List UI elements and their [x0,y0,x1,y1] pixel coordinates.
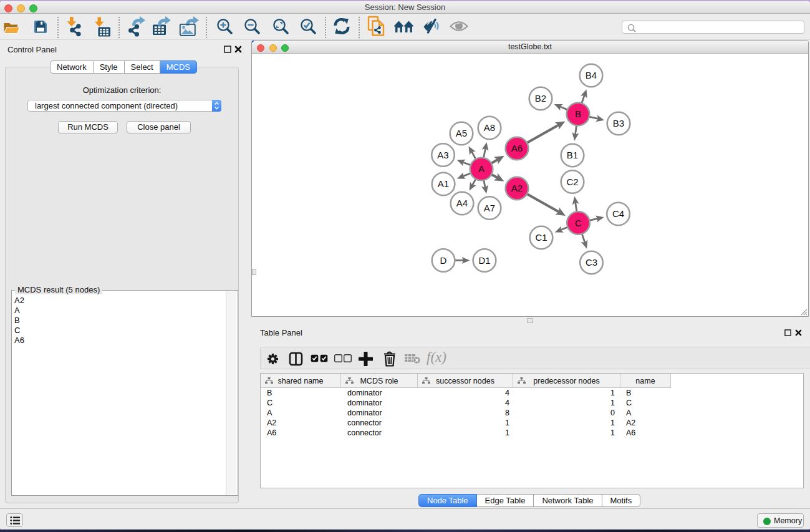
svg-text:D1: D1 [478,255,490,266]
svg-text:A1: A1 [438,178,449,189]
svg-text:C3: C3 [586,257,597,268]
svg-text:A8: A8 [484,122,495,133]
svg-text:A2: A2 [511,183,523,193]
svg-text:C2: C2 [566,177,578,187]
svg-text:A: A [478,163,485,174]
svg-text:C4: C4 [612,208,624,219]
svg-text:C1: C1 [535,232,547,243]
svg-text:D: D [440,255,447,266]
svg-text:B: B [575,109,581,119]
svg-text:A3: A3 [437,150,448,160]
svg-text:C: C [575,218,582,228]
svg-text:A7: A7 [484,203,495,213]
svg-text:A6: A6 [511,143,523,153]
svg-text:B4: B4 [586,70,597,80]
svg-text:B1: B1 [567,150,578,160]
svg-text:B2: B2 [535,93,546,104]
svg-text:A5: A5 [456,128,467,138]
svg-text:A4: A4 [456,198,468,208]
svg-text:B3: B3 [613,118,624,128]
